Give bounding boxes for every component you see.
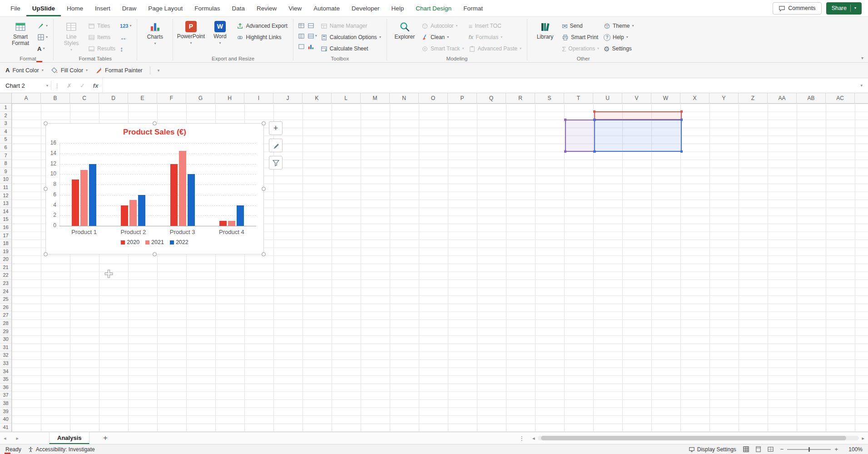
titles-button[interactable]: Titles (87, 21, 116, 30)
row-header-20[interactable]: 20 (0, 255, 11, 264)
menu-tab-page-layout[interactable]: Page Layout (142, 0, 188, 16)
explorer-button[interactable]: Explorer (392, 19, 418, 40)
column-header-n[interactable]: N (390, 93, 419, 103)
bar-2021-product-4[interactable] (228, 221, 235, 226)
chevron-down-icon[interactable]: ▾ (43, 47, 45, 50)
library-button[interactable]: Library (532, 19, 558, 40)
font-color-button[interactable]: A Font Color ▾ (5, 67, 44, 74)
chevron-down-icon[interactable]: ▾ (46, 35, 48, 39)
bar-2022-product-1[interactable] (89, 164, 96, 226)
row-header-29[interactable]: 29 (0, 328, 11, 336)
column-header-w[interactable]: W (651, 93, 680, 103)
row-header-38[interactable]: 38 (0, 399, 11, 408)
row-header-37[interactable]: 37 (0, 391, 11, 399)
row-header-21[interactable]: 21 (0, 264, 11, 272)
menu-tab-file[interactable]: File (5, 0, 26, 16)
sheet-tab-analysis[interactable]: Analysis (49, 432, 89, 444)
column-header-c[interactable]: C (70, 93, 99, 103)
row-header-36[interactable]: 36 (0, 384, 11, 392)
results-button[interactable]: Results (87, 44, 116, 53)
powerpoint-export-button[interactable]: P PowerPoint ▾ (178, 19, 204, 45)
advanced-paste-button[interactable]: Advanced Paste ▾ (468, 44, 522, 53)
theme-button[interactable]: Theme ▾ (603, 21, 635, 30)
zoom-out-button[interactable]: − (780, 446, 784, 453)
menu-tab-help[interactable]: Help (386, 0, 410, 16)
column-header-aa[interactable]: AA (768, 93, 797, 103)
page-break-view-icon[interactable] (767, 446, 774, 453)
zoom-slider[interactable] (787, 449, 831, 450)
scroll-right-button[interactable]: ▸ (862, 435, 864, 441)
column-header-y[interactable]: Y (709, 93, 739, 103)
row-header-39[interactable]: 39 (0, 408, 11, 416)
menu-tab-review[interactable]: Review (251, 0, 283, 16)
row-header-35[interactable]: 35 (0, 375, 11, 384)
menu-tab-format[interactable]: Format (457, 0, 489, 16)
scrollbar-thumb[interactable] (541, 436, 847, 440)
smart-print-button[interactable]: Smart Print (561, 33, 600, 42)
selection-handle[interactable] (262, 187, 266, 191)
formula-bar-expand-icon[interactable]: ▾ (855, 83, 868, 88)
name-box[interactable]: Chart 2 (0, 78, 44, 93)
column-header-o[interactable]: O (419, 93, 448, 103)
toolbox-table-dropdown-button[interactable]: ▾ (308, 32, 317, 40)
row-header-16[interactable]: 16 (0, 224, 11, 232)
menu-tab-chart-design[interactable]: Chart Design (410, 0, 457, 16)
range-handle[interactable] (593, 119, 595, 121)
row-header-1[interactable]: 1 (0, 104, 11, 112)
name-box-dropdown-icon[interactable]: ▾ (44, 84, 51, 88)
category-range-highlight[interactable] (565, 120, 595, 152)
collapse-ribbon-button[interactable]: ▾ (861, 55, 863, 60)
toolbox-table-button-2[interactable] (308, 21, 317, 30)
font-format-button[interactable]: A ▾ (36, 44, 49, 53)
chevron-down-icon[interactable]: ▾ (154, 42, 156, 45)
fill-color-button[interactable]: Fill Color ▾ (51, 67, 88, 74)
chevron-down-icon[interactable]: ▾ (190, 41, 192, 45)
menu-tab-draw[interactable]: Draw (116, 0, 143, 16)
menu-tab-formulas[interactable]: Formulas (188, 0, 226, 16)
chevron-down-icon[interactable]: ▾ (447, 35, 449, 39)
column-header-j[interactable]: J (273, 93, 303, 103)
zoom-slider-thumb[interactable] (808, 447, 810, 452)
name-manager-button[interactable]: Name Manager (320, 21, 382, 30)
number-format-button[interactable]: 123 ▾ (119, 21, 132, 30)
row-header-32[interactable]: 32 (0, 351, 11, 359)
row-header-2[interactable]: 2 (0, 112, 11, 120)
scrollbar-track[interactable] (538, 436, 859, 440)
row-header-11[interactable]: 11 (0, 184, 11, 192)
send-button[interactable]: ✉ Send (561, 21, 600, 30)
row-header-18[interactable]: 18 (0, 239, 11, 248)
add-sheet-button[interactable]: + (99, 432, 112, 444)
bar-2020-product-4[interactable] (219, 221, 227, 226)
advanced-export-button[interactable]: Advanced Export (236, 21, 288, 30)
column-header-m[interactable]: M (361, 93, 390, 103)
bar-2020-product-1[interactable] (72, 180, 79, 226)
legend-item-2022[interactable]: 2022 (170, 239, 188, 245)
calculation-options-button[interactable]: Calculation Options ▾ (320, 33, 382, 42)
enter-check-icon[interactable]: ✓ (76, 82, 89, 89)
row-header-12[interactable]: 12 (0, 192, 11, 200)
chevron-down-icon[interactable]: ▾ (46, 24, 48, 28)
range-handle[interactable] (593, 150, 595, 153)
kebab-menu-icon[interactable]: ⋮ (51, 82, 63, 89)
range-handle[interactable] (680, 119, 683, 121)
legend-item-2020[interactable]: 2020 (121, 239, 139, 245)
chevron-down-icon[interactable]: ▾ (129, 24, 131, 28)
scroll-left-button[interactable]: ◂ (532, 435, 535, 441)
row-header-5[interactable]: 5 (0, 135, 11, 144)
column-header-e[interactable]: E (128, 93, 157, 103)
column-header-s[interactable]: S (535, 93, 564, 103)
chart-title[interactable]: Product Sales (€) (46, 128, 263, 137)
calculate-sheet-button[interactable]: Calculate Sheet (320, 44, 382, 53)
bar-2020-product-2[interactable] (121, 205, 128, 226)
chevron-down-icon[interactable]: ▾ (315, 34, 317, 38)
column-header-ab[interactable]: AB (797, 93, 826, 103)
normal-view-icon[interactable] (743, 446, 749, 453)
toolbox-sheet-button[interactable] (298, 42, 305, 50)
column-header-x[interactable]: X (680, 93, 709, 103)
column-header-r[interactable]: R (506, 93, 535, 103)
row-header-27[interactable]: 27 (0, 311, 11, 319)
chart-elements-button[interactable]: + (269, 121, 283, 135)
toolbox-table-button-3[interactable] (298, 32, 305, 40)
row-header-19[interactable]: 19 (0, 248, 11, 256)
zoom-in-button[interactable]: + (834, 446, 838, 453)
